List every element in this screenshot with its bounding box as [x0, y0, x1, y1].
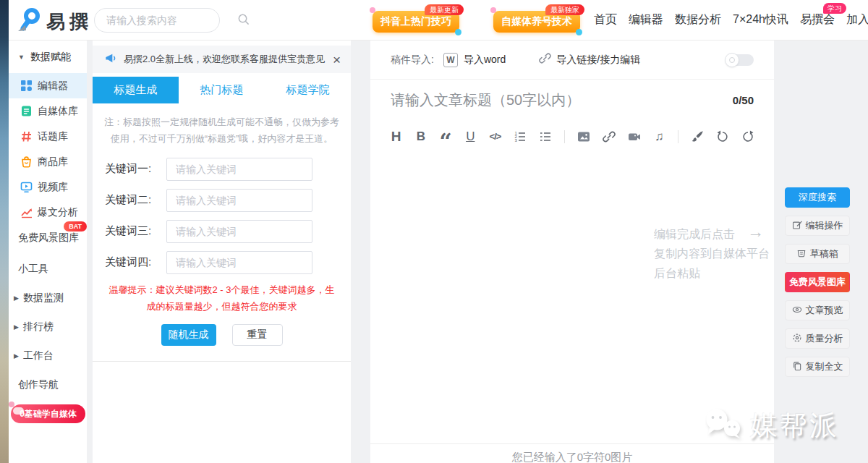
sidebar-item-creation-nav[interactable]: 创作导航 — [9, 370, 87, 399]
sidebar-item-product-library[interactable]: 商品库 — [9, 149, 87, 174]
title-counter: 0/50 — [733, 94, 754, 106]
code-icon[interactable]: </> — [489, 128, 501, 145]
import-label: 稿件导入: — [391, 54, 434, 67]
chart-icon — [20, 206, 33, 218]
insert-image-icon[interactable] — [577, 128, 590, 145]
generator-tabs: 标题生成 热门标题 标题学院 — [93, 77, 351, 103]
heading-icon[interactable]: H — [390, 128, 402, 145]
zero-basics-promo-pill[interactable]: 0基础学自媒体 — [11, 404, 85, 423]
sidebar-section-data[interactable]: ▼ 数据赋能 — [9, 41, 87, 73]
grid-icon — [20, 80, 33, 92]
import-word-button[interactable]: W 导入word — [443, 53, 506, 67]
keyword-input-1[interactable] — [166, 158, 312, 181]
import-row: 稿件导入: W 导入word 导入链接/接力编辑 — [370, 41, 774, 80]
redo-icon[interactable] — [741, 128, 754, 145]
bold-icon[interactable]: B — [414, 128, 427, 145]
search-icon[interactable] — [237, 13, 250, 28]
editor-content-area[interactable]: 编辑完成后点击 复制内容到自媒体平台 后台粘贴 → — [370, 152, 774, 443]
sidebar-item-media-library[interactable]: 自媒体库 — [9, 98, 87, 124]
edit-operations-button[interactable]: 编辑操作 — [785, 216, 850, 236]
nav-yizhuan-club[interactable]: 易撰会 学习 — [800, 12, 835, 27]
nav-home[interactable]: 首页 — [594, 12, 617, 27]
keyword-label-4: 关键词四: — [105, 255, 166, 269]
reset-button[interactable]: 重置 — [232, 324, 283, 346]
close-icon[interactable]: × — [333, 53, 341, 67]
caret-right-icon: ▶ — [14, 323, 19, 331]
svg-text:3: 3 — [515, 138, 518, 143]
random-generate-button[interactable]: 随机生成 — [161, 324, 216, 346]
keyword-input-2[interactable] — [166, 189, 312, 212]
aim-icon — [792, 333, 802, 345]
nav-data-analysis[interactable]: 数据分析 — [675, 12, 721, 27]
app-logo[interactable]: 易撰 — [16, 7, 93, 37]
nav-news-7x24[interactable]: 7×24h快讯 — [733, 12, 788, 27]
insert-link-icon[interactable] — [603, 128, 616, 145]
brush-icon[interactable] — [691, 128, 704, 145]
quality-analysis-button[interactable]: 质量分析 — [785, 328, 850, 349]
sidebar-item-rankings[interactable]: ▶ 排行榜 — [9, 313, 87, 341]
keyword-hint: 温馨提示：建议关键词数2 - 3个最佳，关键词越多，生成的标题量越少，但越符合您… — [109, 282, 335, 315]
sidebar-item-video-library[interactable]: 视频库 — [9, 174, 87, 200]
caret-right-icon: ▶ — [14, 352, 19, 360]
draft-box-button[interactable]: 草稿箱 — [785, 244, 850, 264]
promo-label: 抖音上热门技巧 — [380, 15, 451, 28]
quote-icon[interactable]: “ — [439, 129, 451, 144]
underline-icon[interactable]: U — [464, 128, 477, 145]
keyword-row: 关键词一: — [105, 158, 351, 181]
ordered-list-icon[interactable]: 123 — [514, 128, 527, 145]
megaphone-icon — [104, 52, 116, 67]
nav-editor[interactable]: 编辑器 — [629, 12, 663, 27]
eye-icon — [792, 305, 802, 317]
import-toggle[interactable] — [725, 53, 754, 67]
study-badge: 学习 — [823, 3, 846, 14]
bag-icon — [20, 156, 33, 168]
tab-title-generate[interactable]: 标题生成 — [93, 77, 179, 103]
search-input[interactable] — [106, 14, 237, 26]
background-photo-strip — [0, 0, 9, 463]
caret-down-icon: ▼ — [18, 54, 25, 61]
article-title-input[interactable] — [391, 92, 723, 109]
doc-icon — [20, 105, 33, 117]
insert-music-icon[interactable]: ♫ — [653, 128, 665, 145]
promo-douyin-tips-button[interactable]: 抖音上热门技巧 最新更新 — [373, 11, 459, 33]
hash-icon — [20, 130, 33, 143]
sidebar: ▼ 数据赋能 编辑器 自媒体库 — [9, 41, 87, 463]
import-link-button[interactable]: 导入链接/接力编辑 — [539, 52, 640, 67]
keyword-input-4[interactable] — [166, 251, 312, 274]
notice-bar: 易撰2.0全新上线，欢迎您联系客服提供宝贵意见 × — [93, 46, 351, 73]
caret-right-icon: ▶ — [14, 294, 19, 302]
generator-note: 注：标题按照一定规律随机生成可能不通畅，仅做为参考使用，不过可千万别做“标题党”… — [93, 103, 351, 152]
main-nav: 首页 编辑器 数据分析 7×24h快讯 易撰会 学习 加入会员 — [594, 0, 868, 40]
free-scenery-gallery-button[interactable]: 免费风景图库 — [785, 272, 850, 292]
sidebar-item-editor[interactable]: 编辑器 — [9, 73, 87, 98]
char-count-status: 您已经输入了0字符0图片 — [512, 451, 633, 463]
deep-search-button[interactable]: 深度搜索 — [785, 187, 850, 208]
article-preview-button[interactable]: 文章预览 — [785, 300, 850, 320]
editor-toolbar: H B “ U </> 123 — [370, 121, 774, 152]
insert-video-icon[interactable] — [628, 128, 641, 145]
edit-icon — [792, 220, 802, 232]
keyword-input-3[interactable] — [166, 220, 312, 243]
sidebar-item-small-tools[interactable]: 小工具 — [9, 255, 87, 284]
undo-icon[interactable] — [716, 128, 729, 145]
sidebar-item-data-monitoring[interactable]: ▶ 数据监测 — [9, 284, 87, 313]
keyword-label-2: 关键词二: — [105, 193, 166, 207]
sidebar-item-free-scenery-gallery[interactable]: 免费风景图库 BAT — [9, 225, 87, 250]
editor-actions: 深度搜索 编辑操作 草稿箱 免费风景图库 — [785, 187, 850, 377]
draft-icon — [796, 248, 807, 260]
copy-full-text-button[interactable]: 复制全文 — [785, 357, 850, 377]
word-icon: W — [443, 53, 458, 67]
unordered-list-icon[interactable] — [539, 128, 552, 145]
sidebar-item-workbench[interactable]: ▶ 工作台 — [9, 341, 87, 370]
promo-media-account-button[interactable]: 自媒体养号技术 最新独家 — [493, 11, 580, 33]
nav-join-member[interactable]: 加入会员 — [846, 12, 868, 27]
keyword-row: 关键词二: — [105, 189, 351, 212]
tab-title-academy[interactable]: 标题学院 — [265, 77, 351, 103]
editor-status-bar: 您已经输入了0字符0图片 — [370, 443, 774, 463]
sidebar-item-topic-library[interactable]: 话题库 — [9, 124, 87, 149]
search-box[interactable] — [94, 8, 220, 33]
tab-hot-titles[interactable]: 热门标题 — [179, 77, 265, 103]
toolbar-divider — [678, 130, 678, 143]
yizhuan-app: 易撰 抖音上热门技巧 最新更新 自媒体养号技术 最新独家 首页 编辑器 数据分析… — [0, 0, 868, 463]
arrow-right-icon: → — [747, 222, 764, 242]
